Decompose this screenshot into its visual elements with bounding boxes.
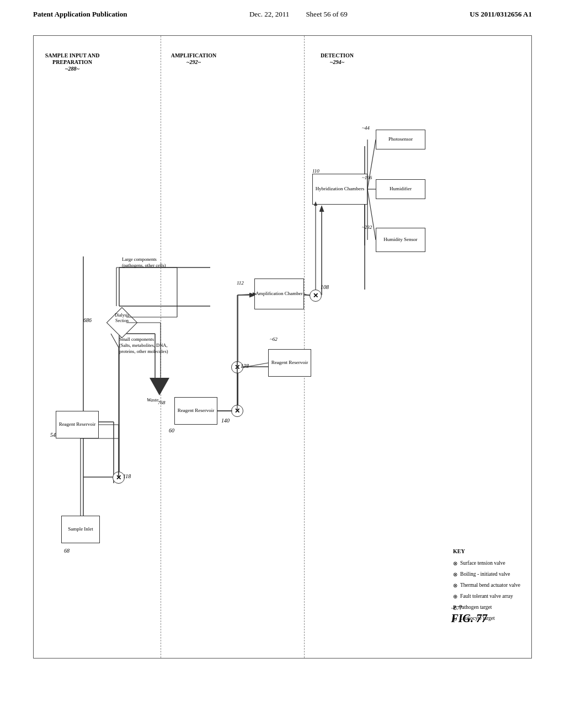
- key-symbol-1: ⊗: [453, 559, 457, 569]
- humidity-sensor-ref: ~232: [362, 224, 372, 230]
- key-label-1: Surface tension valve: [460, 559, 505, 568]
- section-detect-title: DETECTION ~294~: [310, 52, 365, 66]
- waste-label: Waste: [147, 397, 158, 403]
- valve-118-ref: 118: [123, 473, 131, 479]
- key-symbol-3: ⊗: [453, 581, 457, 591]
- svg-line-40: [367, 140, 376, 189]
- waste-triangle: [150, 378, 169, 395]
- photosensor-box: Photosensor: [376, 130, 425, 149]
- key-row-2: ⊗ Boiling - initiated valve: [453, 570, 520, 580]
- valve-108-ref: 108: [321, 284, 329, 290]
- sample-inlet-ref: 68: [64, 548, 70, 554]
- fig-ref: ~677: [451, 605, 487, 611]
- reagent-reservoir-62-ref: ~62: [270, 336, 278, 342]
- small-components-label: Small components(Salts, metabolites, DNA…: [119, 336, 196, 355]
- key-title: KEY: [453, 547, 520, 556]
- waste-ref: 768: [158, 400, 166, 405]
- valve-108: ✕: [310, 290, 322, 302]
- hybridization-ref: 110: [312, 168, 319, 174]
- sample-inlet-box: Sample Inlet: [61, 516, 100, 543]
- reagent-reservoir-60-box: Reagent Reservoir: [174, 397, 217, 425]
- divider-2: [304, 36, 305, 658]
- header-center: Dec. 22, 2011 Sheet 56 of 69: [249, 10, 348, 19]
- valve-138-ref: 138: [241, 363, 249, 369]
- key-label-2: Boiling - initiated valve: [460, 570, 510, 579]
- sheet-info: Sheet 56 of 69: [306, 10, 347, 19]
- fig-number: FIG. 77: [451, 612, 487, 625]
- humidifier-box: Humidifier: [376, 179, 425, 199]
- dialysis-ref: 686: [83, 317, 92, 323]
- publication-label: Patent Application Publication: [33, 10, 127, 19]
- amp-chamber-ref: 112: [237, 280, 244, 286]
- key-label-3: Thermal bend actuator valve: [460, 581, 520, 590]
- pub-date: Dec. 22, 2011: [249, 10, 289, 19]
- key-label-4: Fault tolerant valve array: [460, 592, 513, 601]
- key-symbol-4: ⊕: [453, 592, 457, 602]
- svg-line-42: [367, 189, 376, 240]
- large-components-label: Large components(pathogens, other cells): [122, 256, 188, 269]
- hybridization-box: Hybridization Chambers: [312, 174, 367, 205]
- photosensor-ref: ~44: [362, 125, 370, 131]
- dialysis-container: DialysisSection: [105, 306, 138, 339]
- reagent-reservoir-62-box: Reagent Reservoir: [268, 349, 311, 377]
- fig-label-container: ~677 FIG. 77: [451, 605, 487, 625]
- svg-line-35: [237, 294, 254, 295]
- amp-chamber-box: Amplification Chamber: [254, 279, 304, 309]
- dialysis-label: DialysisSection: [105, 313, 138, 323]
- key-row-4: ⊕ Fault tolerant valve array: [453, 592, 520, 602]
- key-row-1: ⊗ Surface tension valve: [453, 559, 520, 569]
- reagent-reservoir-60-ref: 60: [169, 427, 174, 433]
- page-header: Patent Application Publication Dec. 22, …: [0, 0, 565, 24]
- diagram-container: SAMPLE INPUT AND PREPARATION ~288~ AMPLI…: [33, 35, 532, 659]
- humidifier-ref: ~196: [362, 175, 372, 180]
- key-row-3: ⊗ Thermal bend actuator valve: [453, 581, 520, 591]
- valve-140-ref: 140: [221, 417, 230, 424]
- humidity-sensor-box: Humidity Sensor: [376, 228, 425, 252]
- reagent-reservoir-54-box: Reagent Reservoir: [56, 411, 99, 438]
- section-sample-title: SAMPLE INPUT AND PREPARATION ~288~: [39, 52, 105, 72]
- valve-140: ✕: [231, 405, 243, 417]
- key-symbol-2: ⊗: [453, 570, 457, 580]
- reagent-reservoir-54-ref: 54: [50, 432, 56, 438]
- patent-number: US 2011/0312656 A1: [470, 10, 532, 19]
- section-amp-title: AMPLIFICATION ~292~: [166, 52, 221, 66]
- waste-triangle-container: [150, 378, 169, 395]
